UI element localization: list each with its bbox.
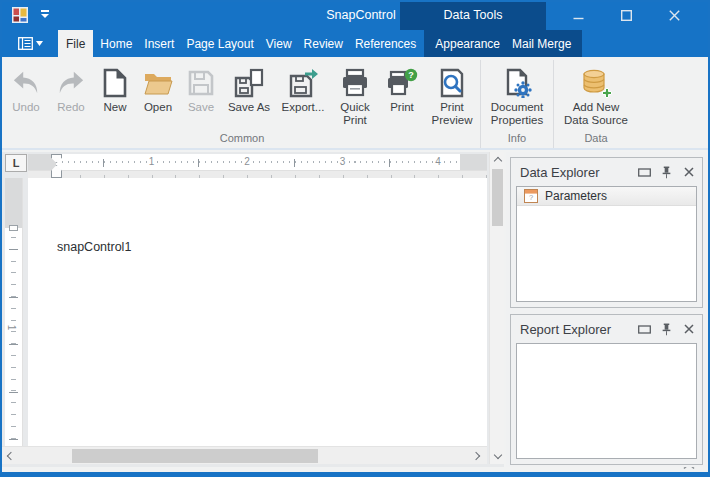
- tab-view[interactable]: View: [261, 30, 297, 57]
- tab-mail-merge[interactable]: Mail Merge: [507, 30, 576, 57]
- tree-item-parameters[interactable]: ? Parameters: [517, 187, 696, 206]
- v-ruler-number: 1: [6, 325, 17, 331]
- tab-page-layout[interactable]: Page Layout: [181, 30, 258, 57]
- tab-home[interactable]: Home: [95, 30, 137, 57]
- add-new-data-source-button[interactable]: Add New Data Source: [554, 62, 638, 127]
- pin-icon[interactable]: [660, 166, 673, 179]
- new-button[interactable]: New: [94, 62, 136, 114]
- report-explorer-titlebar: Report Explorer: [511, 315, 702, 343]
- tab-strip: FileHomeInsertPage LayoutViewReviewRefer…: [57, 30, 422, 57]
- ruler-subrow: [28, 171, 487, 178]
- data-explorer-panel: Data Explorer: [510, 157, 703, 308]
- open-button[interactable]: Open: [136, 62, 180, 114]
- dock-panel-column: Data Explorer: [506, 152, 707, 467]
- horizontal-scroll-thumb[interactable]: [72, 449, 318, 463]
- tab-review[interactable]: Review: [299, 30, 348, 57]
- add-data-source-icon: [580, 68, 612, 98]
- vertical-ruler: 12: [5, 178, 23, 446]
- document-text[interactable]: snapControl1: [57, 240, 131, 254]
- ribbon-group-label: Common: [4, 131, 480, 148]
- maximize-panel-icon[interactable]: [638, 323, 651, 336]
- pin-icon[interactable]: [660, 323, 673, 336]
- ribbon-display-options-icon[interactable]: [18, 30, 43, 57]
- quick-print-icon: [340, 68, 370, 98]
- ribbon-group-label: Info: [481, 131, 553, 148]
- document-properties-button[interactable]: Document Properties: [481, 62, 553, 127]
- document-properties-icon: [502, 68, 532, 98]
- ribbon-tab-row: FileHomeInsertPage LayoutViewReviewRefer…: [0, 30, 710, 57]
- h-ruler-number: 2: [242, 156, 252, 167]
- print-preview-icon: [438, 68, 466, 98]
- window-controls: [554, 0, 698, 30]
- document-page[interactable]: snapControl1: [28, 178, 487, 446]
- maximize-panel-icon[interactable]: [638, 166, 651, 179]
- tab-insert[interactable]: Insert: [139, 30, 179, 57]
- report-explorer-tree: [516, 343, 697, 459]
- scroll-left-button[interactable]: [2, 448, 17, 463]
- data-explorer-tree: ? Parameters: [516, 186, 697, 302]
- svg-text:?: ?: [529, 193, 533, 202]
- close-panel-icon[interactable]: [682, 166, 695, 179]
- save-as-button[interactable]: Save As: [222, 62, 276, 114]
- ribbon-group-info: Document Properties Info: [480, 60, 553, 148]
- print-icon: ?: [386, 68, 418, 98]
- minimize-button[interactable]: [554, 0, 602, 30]
- data-explorer-titlebar: Data Explorer: [511, 158, 702, 186]
- tab-appearance[interactable]: Appearance: [430, 30, 505, 57]
- scroll-up-button[interactable]: [490, 152, 505, 167]
- export-icon: [288, 68, 318, 98]
- close-button[interactable]: [650, 0, 698, 30]
- undo-button[interactable]: Undo: [4, 62, 48, 114]
- tab-type-selector-button[interactable]: L: [5, 154, 27, 172]
- ribbon: Undo Redo New Open Save Save As: [0, 57, 710, 150]
- print-preview-button[interactable]: Print Preview: [424, 62, 480, 127]
- h-ruler-number: 1: [147, 156, 157, 167]
- ribbon-group-label: Data: [554, 131, 638, 148]
- parameters-icon: ?: [524, 189, 538, 203]
- undo-icon: [11, 69, 41, 97]
- open-folder-icon: [143, 70, 173, 96]
- new-document-icon: [101, 68, 129, 98]
- ribbon-group-data: Add New Data Source Data: [553, 60, 638, 148]
- maximize-button[interactable]: [602, 0, 650, 30]
- quick-print-button[interactable]: Quick Print: [330, 62, 380, 127]
- qat-dropdown-icon[interactable]: [40, 10, 50, 20]
- save-button[interactable]: Save: [180, 62, 222, 114]
- vertical-scroll-thumb[interactable]: [492, 169, 503, 226]
- tab-references[interactable]: References: [350, 30, 421, 57]
- redo-button[interactable]: Redo: [48, 62, 94, 114]
- scroll-right-button[interactable]: [470, 448, 485, 463]
- svg-text:?: ?: [408, 70, 414, 80]
- horizontal-scrollbar[interactable]: [2, 446, 487, 464]
- top-margin-marker[interactable]: [9, 225, 18, 231]
- app-icon[interactable]: [12, 7, 28, 23]
- titlebar: SnapControl Data Tools: [0, 0, 710, 30]
- print-button[interactable]: ? Print: [380, 62, 424, 114]
- h-ruler-number: 4: [433, 156, 443, 167]
- ribbon-group-common: Undo Redo New Open Save Save As: [4, 60, 480, 148]
- close-panel-icon[interactable]: [682, 323, 695, 336]
- panel-title: Data Explorer: [520, 165, 638, 180]
- report-explorer-panel: Report Explorer: [510, 314, 703, 465]
- redo-icon: [56, 69, 86, 97]
- horizontal-ruler: 1234: [28, 154, 487, 171]
- save-as-icon: [234, 68, 264, 98]
- panel-title: Report Explorer: [520, 322, 638, 337]
- h-ruler-number: 3: [338, 156, 348, 167]
- export-button[interactable]: Export...: [276, 62, 330, 114]
- contextual-tab-header[interactable]: Data Tools: [400, 0, 546, 30]
- tab-file[interactable]: File: [58, 30, 93, 57]
- contextual-tab-strip: AppearanceMail Merge: [424, 30, 582, 57]
- document-area: L 1234 12 snapControl1: [2, 152, 504, 467]
- app-window: SnapControl Data Tools FileHomeInsertPag…: [0, 0, 710, 477]
- scroll-down-button[interactable]: [490, 449, 505, 464]
- save-icon: [187, 69, 215, 97]
- vertical-scrollbar[interactable]: [489, 152, 504, 464]
